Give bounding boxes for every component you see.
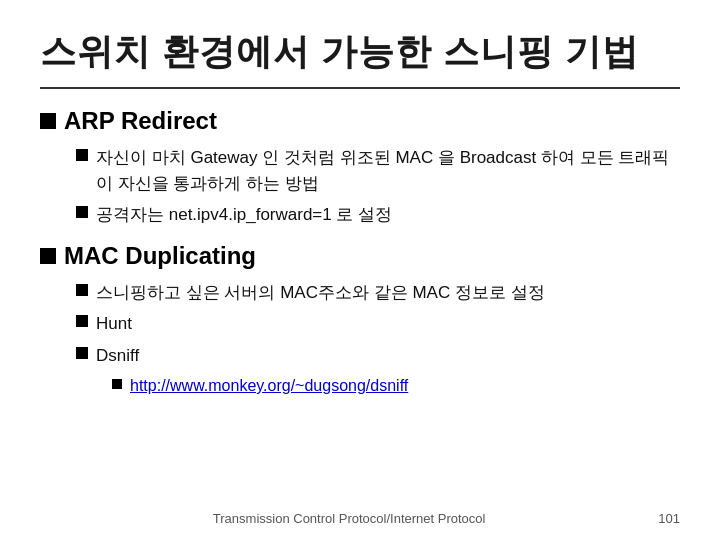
dsniff-sub-icon-1 [112,379,122,389]
dsniff-sub-bullet-1: http://www.monkey.org/~dugsong/dsniff [112,374,680,398]
arp-bullet-1: 자신이 마치 Gateway 인 것처럼 위조된 MAC 을 Broadcast… [76,145,680,196]
arp-bullet-2: 공격자는 net.ipv4.ip_forward=1 로 설정 [76,202,680,228]
mac-bullet-text-1: 스니핑하고 싶은 서버의 MAC주소와 같은 MAC 정보로 설정 [96,280,545,306]
arp-bullet-icon-2 [76,206,88,218]
mac-bullet-1: 스니핑하고 싶은 서버의 MAC주소와 같은 MAC 정보로 설정 [76,280,680,306]
dsniff-sub-list: http://www.monkey.org/~dugsong/dsniff [112,374,680,398]
slide-title: 스위치 환경에서 가능한 스니핑 기법 [40,28,680,89]
mac-bullet-text-2: Hunt [96,311,132,337]
mac-bullet-3: Dsniff [76,343,680,369]
section-icon-mac [40,248,56,264]
section-icon-arp [40,113,56,129]
section-arp-redirect: ARP Redirect [40,107,680,135]
slide-footer: Transmission Control Protocol/Internet P… [0,511,720,526]
mac-bullet-icon-3 [76,347,88,359]
page-number: 101 [658,511,680,526]
dsniff-link[interactable]: http://www.monkey.org/~dugsong/dsniff [130,374,408,398]
section-heading-mac: MAC Duplicating [64,242,256,270]
arp-bullet-text-2: 공격자는 net.ipv4.ip_forward=1 로 설정 [96,202,392,228]
section-mac-duplicating: MAC Duplicating [40,242,680,270]
section-heading-arp: ARP Redirect [64,107,217,135]
arp-bullet-icon-1 [76,149,88,161]
arp-bullet-list: 자신이 마치 Gateway 인 것처럼 위조된 MAC 을 Broadcast… [76,145,680,228]
mac-bullet-list: 스니핑하고 싶은 서버의 MAC주소와 같은 MAC 정보로 설정 Hunt D… [76,280,680,399]
mac-bullet-icon-1 [76,284,88,296]
arp-bullet-text-1: 자신이 마치 Gateway 인 것처럼 위조된 MAC 을 Broadcast… [96,145,680,196]
footer-center-text: Transmission Control Protocol/Internet P… [40,511,658,526]
mac-bullet-text-3: Dsniff [96,343,139,369]
mac-bullet-2: Hunt [76,311,680,337]
slide-container: 스위치 환경에서 가능한 스니핑 기법 ARP Redirect 자신이 마치 … [0,0,720,540]
mac-bullet-icon-2 [76,315,88,327]
